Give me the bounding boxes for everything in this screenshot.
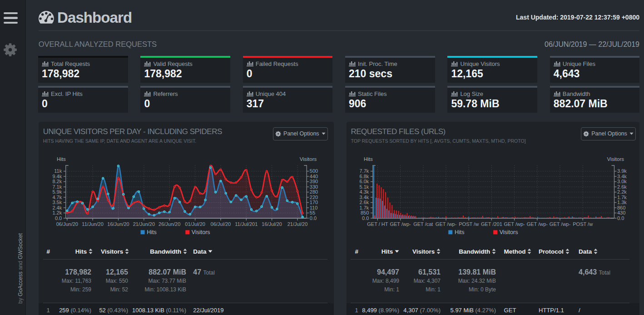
- svg-text:GET /wp-: GET /wp-: [526, 221, 548, 227]
- svg-text:GET / HT: GET / HT: [367, 221, 388, 227]
- svg-text:0.0: 0.0: [309, 215, 316, 221]
- svg-text:860: 860: [617, 205, 625, 210]
- svg-text:220: 220: [309, 195, 317, 200]
- svg-text:5.1k: 5.1k: [359, 184, 369, 190]
- svg-text:8.2k: 8.2k: [52, 179, 62, 184]
- svg-text:GET /wp-: GET /wp-: [435, 221, 456, 227]
- svg-text:2.6k: 2.6k: [359, 200, 369, 205]
- svg-text:0.0: 0.0: [362, 215, 369, 221]
- svg-text:GET /wp-: GET /wp-: [504, 221, 525, 227]
- svg-text:9.4k: 9.4k: [52, 174, 62, 179]
- svg-text:330: 330: [309, 184, 317, 190]
- svg-text:110: 110: [309, 205, 317, 210]
- svg-text:Visitors: Visitors: [607, 156, 624, 162]
- svg-text:11k: 11k: [54, 168, 62, 174]
- svg-text:16/Jun/20: 16/Jun/20: [107, 221, 129, 227]
- svg-text:430: 430: [617, 210, 625, 215]
- svg-text:21/Jun/20: 21/Jun/20: [133, 221, 154, 227]
- svg-text:1.3k: 1.3k: [617, 200, 627, 205]
- svg-text:GET /201: GET /201: [481, 221, 502, 227]
- svg-text:3.0k: 3.0k: [617, 179, 627, 184]
- svg-text:55: 55: [309, 210, 315, 215]
- svg-text:1.2k: 1.2k: [52, 210, 62, 215]
- svg-text:16/Jul/20: 16/Jul/20: [262, 221, 282, 227]
- svg-text:0.0: 0.0: [55, 215, 62, 221]
- svg-text:6.8k: 6.8k: [359, 174, 369, 179]
- svg-text:Visitors: Visitors: [499, 229, 518, 235]
- svg-text:1.7k: 1.7k: [617, 195, 627, 200]
- svg-text:0.0: 0.0: [617, 215, 624, 221]
- svg-text:POST /w: POST /w: [459, 221, 479, 227]
- svg-text:3.9k: 3.9k: [617, 168, 627, 174]
- svg-text:01/Jul/20: 01/Jul/20: [185, 221, 205, 227]
- svg-text:7.7k: 7.7k: [359, 168, 369, 174]
- svg-text:4.3k: 4.3k: [359, 189, 369, 195]
- svg-text:Visitors: Visitors: [191, 229, 210, 235]
- svg-text:Hits: Hits: [363, 156, 372, 162]
- svg-text:26/Jun/20: 26/Jun/20: [159, 221, 180, 227]
- svg-text:11/Jun/20: 11/Jun/20: [82, 221, 104, 227]
- svg-text:06/Jun/20: 06/Jun/20: [56, 221, 78, 227]
- svg-text:3.5k: 3.5k: [52, 200, 62, 205]
- svg-text:2.6k: 2.6k: [617, 184, 627, 190]
- svg-text:3.4k: 3.4k: [617, 174, 627, 179]
- svg-text:4.7k: 4.7k: [52, 195, 62, 200]
- svg-text:GET /wp-: GET /wp-: [390, 221, 411, 227]
- svg-text:GET /cat: GET /cat: [413, 221, 433, 227]
- svg-text:2.2k: 2.2k: [617, 189, 627, 195]
- svg-text:390: 390: [309, 179, 317, 184]
- svg-text:GET /wp-: GET /wp-: [549, 221, 570, 227]
- svg-text:Hits: Hits: [454, 229, 464, 235]
- svg-text:170: 170: [309, 200, 317, 205]
- svg-text:11/Jul/201: 11/Jul/201: [235, 221, 258, 227]
- svg-text:06/Jul/20: 06/Jul/20: [210, 221, 231, 227]
- svg-text:21/Jul/20: 21/Jul/20: [287, 221, 307, 227]
- svg-text:7.1k: 7.1k: [52, 184, 62, 190]
- svg-text:5.9k: 5.9k: [52, 189, 62, 195]
- svg-text:3.4k: 3.4k: [359, 195, 369, 200]
- svg-text:POST /w: POST /w: [573, 221, 593, 227]
- svg-text:6.0k: 6.0k: [359, 179, 369, 184]
- svg-text:Hits: Hits: [147, 229, 157, 235]
- svg-text:440: 440: [309, 174, 317, 179]
- svg-text:850: 850: [360, 210, 368, 215]
- svg-text:1.7k: 1.7k: [359, 205, 369, 210]
- svg-text:Hits: Hits: [57, 156, 66, 162]
- svg-text:2.4k: 2.4k: [52, 205, 62, 210]
- svg-text:280: 280: [309, 189, 317, 195]
- svg-text:Visitors: Visitors: [299, 156, 317, 162]
- svg-text:500: 500: [309, 168, 317, 174]
